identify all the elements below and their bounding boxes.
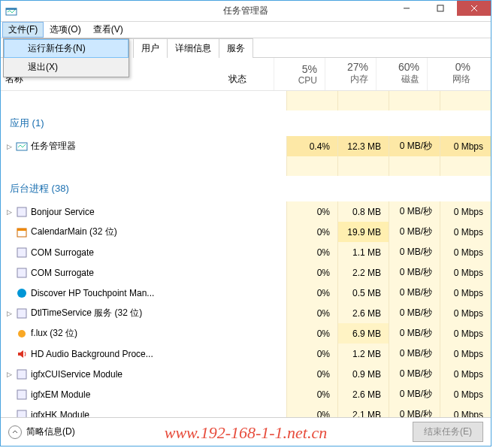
tab-users[interactable]: 用户 — [133, 38, 168, 58]
process-row[interactable]: f.lux (32 位) 0%6.9 MB0 MB/秒0 Mbps — [1, 323, 491, 344]
svg-rect-15 — [17, 370, 26, 379]
col-status[interactable]: 状态 — [228, 58, 274, 90]
process-row[interactable]: igfxEM Module 0%2.6 MB0 MB/秒0 Mbps — [1, 384, 491, 404]
process-row[interactable]: ▷Bonjour Service 0%0.8 MB0 MB/秒0 Mbps — [1, 201, 491, 222]
process-row[interactable]: COM Surrogate 0%1.1 MB0 MB/秒0 Mbps — [1, 242, 491, 262]
file-menu-dropdown: 运行新任务(N) 退出(X) — [3, 38, 129, 77]
group-apps: 应用 (1) — [1, 110, 491, 136]
generic-process-icon — [16, 307, 28, 319]
task-manager-window: 任务管理器 文件(F) 选项(O) 查看(V) 运行新任务(N) 退出(X) 进… — [0, 0, 491, 446]
minimize-button[interactable] — [389, 1, 423, 16]
maximize-button[interactable] — [423, 1, 457, 16]
menu-options[interactable]: 选项(O) — [44, 22, 86, 38]
fewer-details-button[interactable]: 简略信息(D) — [8, 425, 75, 439]
titlebar[interactable]: 任务管理器 — [1, 1, 491, 22]
process-row[interactable]: CalendarMain (32 位) 0%19.9 MB0 MB/秒0 Mbp… — [1, 222, 491, 242]
svg-rect-13 — [17, 309, 26, 318]
speaker-icon — [16, 348, 28, 360]
generic-process-icon — [16, 206, 28, 218]
process-row[interactable]: COM Surrogate 0%2.2 MB0 MB/秒0 Mbps — [1, 262, 491, 283]
process-row[interactable]: ▷任务管理器 0.4% 12.3 MB 0 MB/秒 0 Mbps — [1, 136, 491, 156]
process-row[interactable]: ▷igfxCUIService Module 0%0.9 MB0 MB/秒0 M… — [1, 364, 491, 384]
svg-rect-17 — [17, 410, 26, 418]
generic-process-icon — [16, 409, 28, 418]
tab-details[interactable]: 详细信息 — [167, 38, 219, 58]
menu-exit[interactable]: 退出(X) — [4, 58, 129, 77]
expand-icon[interactable]: ▷ — [5, 208, 13, 216]
window-title: 任务管理器 — [223, 5, 268, 17]
flux-icon — [16, 328, 28, 340]
svg-rect-7 — [17, 207, 26, 216]
col-memory[interactable]: 27%内存 — [325, 58, 376, 90]
group-background: 后台进程 (38) — [1, 176, 491, 201]
svg-point-12 — [17, 289, 26, 298]
svg-rect-10 — [17, 248, 26, 257]
svg-rect-16 — [17, 390, 26, 399]
chevron-up-icon — [8, 425, 22, 439]
process-row[interactable]: ▷DtlTimeService 服务 (32 位) 0%2.6 MB0 MB/秒… — [1, 303, 491, 323]
process-row[interactable]: igfxHK Module 0%2.1 MB0 MB/秒0 Mbps — [1, 404, 491, 417]
generic-process-icon — [16, 267, 28, 279]
footer: 简略信息(D) 结束任务(E) — [1, 417, 491, 446]
col-network[interactable]: 0%网络 — [427, 58, 478, 90]
expand-icon[interactable]: ▷ — [5, 143, 13, 150]
process-row[interactable]: HD Audio Background Proce... 0%1.2 MB0 M… — [1, 344, 491, 364]
menu-run-new-task[interactable]: 运行新任务(N) — [4, 39, 129, 58]
menu-view[interactable]: 查看(V) — [87, 22, 129, 38]
taskmgr-icon — [16, 141, 28, 153]
col-disk[interactable]: 60%磁盘 — [376, 58, 427, 90]
svg-rect-3 — [437, 5, 443, 11]
menubar: 文件(F) 选项(O) 查看(V) — [1, 22, 491, 38]
generic-process-icon — [16, 368, 28, 380]
hp-icon — [16, 287, 28, 299]
expand-icon[interactable]: ▷ — [5, 371, 13, 378]
svg-point-14 — [18, 330, 26, 338]
svg-rect-1 — [6, 8, 17, 10]
process-list[interactable]: 应用 (1) ▷任务管理器 0.4% 12.3 MB 0 MB/秒 0 Mbps… — [1, 91, 491, 417]
generic-process-icon — [16, 389, 28, 401]
svg-rect-9 — [17, 229, 26, 231]
svg-rect-11 — [17, 268, 26, 277]
col-cpu[interactable]: 5%CPU — [274, 58, 325, 90]
tab-services[interactable]: 服务 — [219, 38, 253, 58]
expand-icon[interactable]: ▷ — [5, 310, 13, 317]
calendar-icon — [16, 226, 28, 238]
close-button[interactable] — [457, 1, 491, 16]
generic-process-icon — [16, 247, 28, 259]
process-row[interactable]: Discover HP Touchpoint Man... 0%0.5 MB0 … — [1, 283, 491, 303]
app-icon — [5, 5, 17, 17]
end-task-button[interactable]: 结束任务(E) — [413, 422, 483, 442]
menu-file[interactable]: 文件(F) — [2, 22, 44, 38]
